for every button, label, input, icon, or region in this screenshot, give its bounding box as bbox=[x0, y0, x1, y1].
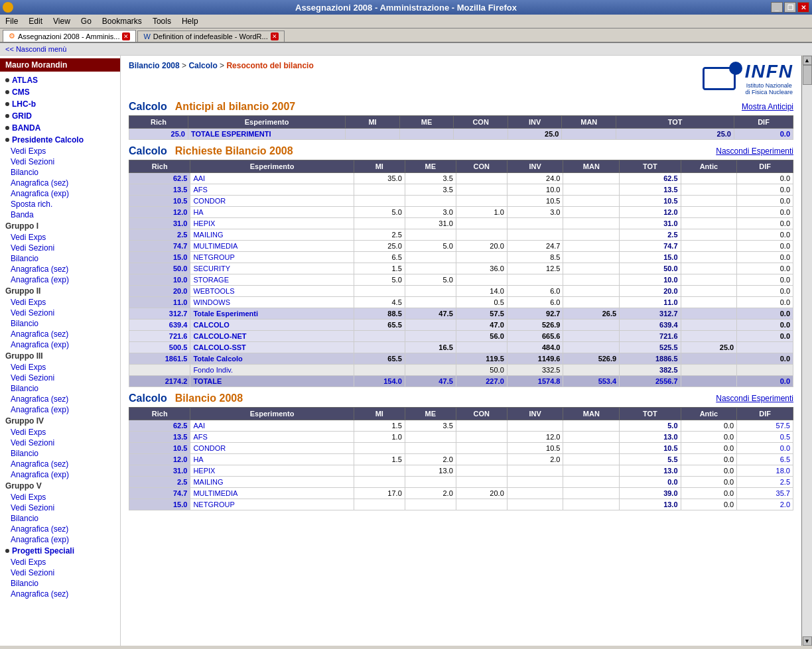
sidebar-vedi-sezioni-g2[interactable]: Vedi Sezioni bbox=[0, 308, 120, 318]
tab-assegnazioni-close[interactable]: ✕ bbox=[122, 32, 130, 40]
sidebar-bilancio-g2[interactable]: Bilancio bbox=[0, 318, 120, 329]
calcolo-net-row: 721.6 CALCOLO-NET 56.0 665.6 721.6 0.0 bbox=[129, 331, 793, 342]
menu-bookmarks[interactable]: Bookmarks bbox=[100, 16, 145, 27]
sidebar-group-4: Gruppo IV bbox=[0, 415, 120, 427]
sidebar-anagrafica-sez-g1[interactable]: Anagrafica (sez) bbox=[0, 264, 120, 274]
scroll-up-button[interactable]: ▲ bbox=[803, 56, 812, 65]
sidebar-vedi-exps-ps[interactable]: Vedi Exps bbox=[0, 557, 120, 567]
richieste-header: Calcolo Richieste Bilancio 2008 Nascondi… bbox=[129, 145, 793, 157]
sidebar-anagrafica-exp-g2[interactable]: Anagrafica (exp) bbox=[0, 339, 120, 350]
restore-button[interactable]: ❐ bbox=[784, 2, 796, 13]
menu-help[interactable]: Help bbox=[179, 16, 201, 27]
anticipi-inv: 25.0 bbox=[508, 129, 562, 140]
bullet-icon bbox=[5, 126, 9, 130]
sidebar-lhcb-label[interactable]: LHC-b bbox=[12, 99, 36, 109]
sidebar-grid-label[interactable]: GRID bbox=[12, 111, 32, 121]
col-me: ME bbox=[399, 116, 454, 129]
sidebar-banda-label[interactable]: BANDA bbox=[12, 123, 40, 133]
window-title: Assegnazioni 2008 - Amministrazione - Mo… bbox=[295, 3, 517, 13]
sidebar-bilancio-g1[interactable]: Bilancio bbox=[0, 253, 120, 264]
logo-infn-text: INFN bbox=[745, 61, 793, 82]
sidebar-banda-sub[interactable]: Banda bbox=[0, 209, 120, 220]
sidebar-vedi-exps-g5[interactable]: Vedi Exps bbox=[0, 492, 120, 502]
tab-definition[interactable]: W Definition of indefeasible - WordR... … bbox=[137, 30, 284, 42]
tab-definition-close[interactable]: ✕ bbox=[271, 32, 279, 40]
sidebar-vedi-sezioni-g4[interactable]: Vedi Sezioni bbox=[0, 438, 120, 448]
anticipi-exp[interactable]: TOTALE ESPERIMENTI bbox=[188, 129, 345, 140]
table-row: 15.0 NETGROUP 6.5 8.5 15.0 0.0 bbox=[129, 252, 793, 263]
sidebar-vedi-sezioni-g1[interactable]: Vedi Sezioni bbox=[0, 243, 120, 253]
sidebar-anagrafica-exp-g4[interactable]: Anagrafica (exp) bbox=[0, 469, 120, 480]
sidebar-bilancio-ps[interactable]: Bilancio bbox=[0, 578, 120, 589]
nascondi-esperimenti-link-2[interactable]: Nascondi Esperimenti bbox=[716, 394, 793, 403]
bullet-icon bbox=[5, 138, 9, 142]
sidebar-anagrafica-sez-g4[interactable]: Anagrafica (sez) bbox=[0, 459, 120, 469]
col-con: CON bbox=[454, 116, 508, 129]
tab-assegnazioni[interactable]: ⚙ Assegnazioni 2008 - Amminis... ✕ bbox=[3, 30, 136, 42]
bcol-antic: Antic bbox=[681, 408, 737, 420]
sidebar-anagrafica-exp-g1[interactable]: Anagrafica (exp) bbox=[0, 274, 120, 285]
sidebar-bilancio-g4[interactable]: Bilancio bbox=[0, 448, 120, 459]
breadcrumb-bilancio[interactable]: Bilancio 2008 bbox=[129, 61, 180, 70]
sidebar-sposta-1[interactable]: Sposta rich. bbox=[0, 199, 120, 209]
scroll-thumb[interactable] bbox=[803, 65, 812, 85]
sidebar-progetti-label[interactable]: Progetti Speciali bbox=[12, 546, 74, 556]
sidebar-vedi-exps-1[interactable]: Vedi Exps bbox=[0, 146, 120, 156]
sidebar-anagrafica-sez-g5[interactable]: Anagrafica (sez) bbox=[0, 524, 120, 534]
sidebar-bilancio-g3[interactable]: Bilancio bbox=[0, 383, 120, 394]
sidebar-anagrafica-exp-1[interactable]: Anagrafica (exp) bbox=[0, 188, 120, 199]
sidebar-item-atlas[interactable]: ATLAS bbox=[0, 74, 120, 86]
sidebar-item-presidente[interactable]: Presidente Calcolo bbox=[0, 134, 120, 146]
sidebar-item-lhcb[interactable]: LHC-b bbox=[0, 98, 120, 110]
sidebar-vedi-sezioni-g3[interactable]: Vedi Sezioni bbox=[0, 373, 120, 383]
sidebar-anagrafica-sez-ps[interactable]: Anagrafica (sez) bbox=[0, 589, 120, 599]
scroll-down-button[interactable]: ▼ bbox=[803, 636, 812, 646]
sidebar-vedi-exps-g1[interactable]: Vedi Exps bbox=[0, 232, 120, 243]
scrollbar-right[interactable]: ▲ ▼ bbox=[801, 56, 812, 646]
sidebar-vedi-exps-g4[interactable]: Vedi Exps bbox=[0, 427, 120, 438]
sidebar-item-cms[interactable]: CMS bbox=[0, 86, 120, 98]
sidebar-presidente-label[interactable]: Presidente Calcolo bbox=[12, 135, 84, 145]
menu-edit[interactable]: Edit bbox=[26, 16, 45, 27]
close-button[interactable]: ✕ bbox=[797, 2, 809, 13]
sidebar-item-progetti[interactable]: Progetti Speciali bbox=[0, 545, 120, 557]
sidebar-anagrafica-exp-g3[interactable]: Anagrafica (exp) bbox=[0, 404, 120, 415]
anticipi-table: Rich Esperimento MI ME CON INV MAN TOT D… bbox=[129, 115, 793, 140]
hide-menu-link[interactable]: << Nascondi menù bbox=[5, 45, 66, 53]
window-controls[interactable]: _ ❐ ✕ bbox=[771, 2, 809, 13]
anticipi-con bbox=[454, 129, 508, 140]
sidebar-vedi-exps-g3[interactable]: Vedi Exps bbox=[0, 362, 120, 373]
calcolo-sst-row: 500.5 CALCOLO-SST 16.5 484.0 525.5 25.0 bbox=[129, 342, 793, 353]
table-row: 50.0 SECURITY 1.5 36.0 12.5 50.0 0.0 bbox=[129, 263, 793, 274]
sidebar-vedi-sezioni-ps[interactable]: Vedi Sezioni bbox=[0, 567, 120, 578]
sidebar-bilancio-1[interactable]: Bilancio bbox=[0, 167, 120, 178]
bcol-con: CON bbox=[456, 408, 507, 420]
menu-go[interactable]: Go bbox=[78, 16, 94, 27]
breadcrumb-calcolo[interactable]: Calcolo bbox=[188, 61, 217, 70]
content-area: INFN Istituto Nazionaledi Fisica Nuclear… bbox=[121, 56, 801, 646]
table-row: 12.0 HA 1.5 2.0 2.0 5.5 0.0 6.5 bbox=[129, 454, 793, 465]
sidebar-vedi-exps-g2[interactable]: Vedi Exps bbox=[0, 297, 120, 308]
col-inv: INV bbox=[508, 116, 562, 129]
sidebar-vedi-sezioni-g5[interactable]: Vedi Sezioni bbox=[0, 502, 120, 513]
sidebar-anagrafica-sez-1[interactable]: Anagrafica (sez) bbox=[0, 178, 120, 188]
sidebar-anagrafica-exp-g5[interactable]: Anagrafica (exp) bbox=[0, 534, 120, 545]
sidebar-anagrafica-sez-g3[interactable]: Anagrafica (sez) bbox=[0, 394, 120, 404]
menu-tools[interactable]: Tools bbox=[150, 16, 174, 27]
tab-definition-label: Definition of indefeasible - WordR... bbox=[153, 32, 268, 40]
menu-view[interactable]: View bbox=[50, 16, 73, 27]
mostra-anticipi-link[interactable]: Mostra Anticipi bbox=[742, 102, 793, 111]
main-layout: Mauro Morandin ATLAS CMS LHC-b GRID BAND… bbox=[0, 56, 812, 646]
richieste-table: Rich Esperimento MI ME CON INV MAN TOT A… bbox=[129, 160, 793, 387]
sidebar-cms-label[interactable]: CMS bbox=[12, 88, 30, 97]
sidebar-item-grid[interactable]: GRID bbox=[0, 110, 120, 122]
sidebar-vedi-sezioni-1[interactable]: Vedi Sezioni bbox=[0, 156, 120, 167]
nascondi-esperimenti-link-1[interactable]: Nascondi Esperimenti bbox=[716, 147, 793, 156]
menu-file[interactable]: File bbox=[3, 16, 21, 27]
sidebar-atlas-label[interactable]: ATLAS bbox=[12, 76, 38, 85]
sidebar-anagrafica-sez-g2[interactable]: Anagrafica (sez) bbox=[0, 329, 120, 339]
minimize-button[interactable]: _ bbox=[771, 2, 783, 13]
fondo-row: Fondo Indiv. 50.0 332.5 382.5 bbox=[129, 365, 793, 376]
sidebar-item-banda[interactable]: BANDA bbox=[0, 122, 120, 134]
sidebar-bilancio-g5[interactable]: Bilancio bbox=[0, 513, 120, 524]
